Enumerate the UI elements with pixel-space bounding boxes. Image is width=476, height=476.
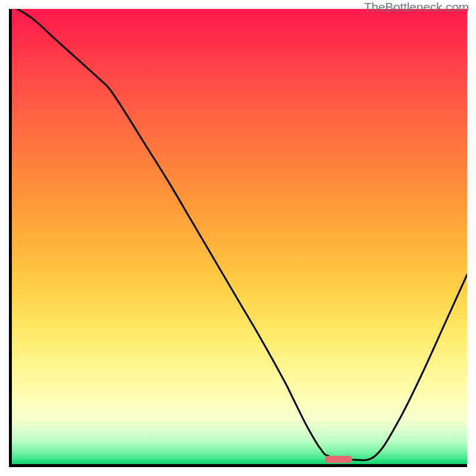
target-marker bbox=[325, 456, 352, 463]
plot-gradient-background bbox=[9, 9, 467, 467]
watermark-text: TheBottleneck.com bbox=[364, 0, 469, 14]
chart-stage: TheBottleneck.com bbox=[0, 0, 476, 476]
